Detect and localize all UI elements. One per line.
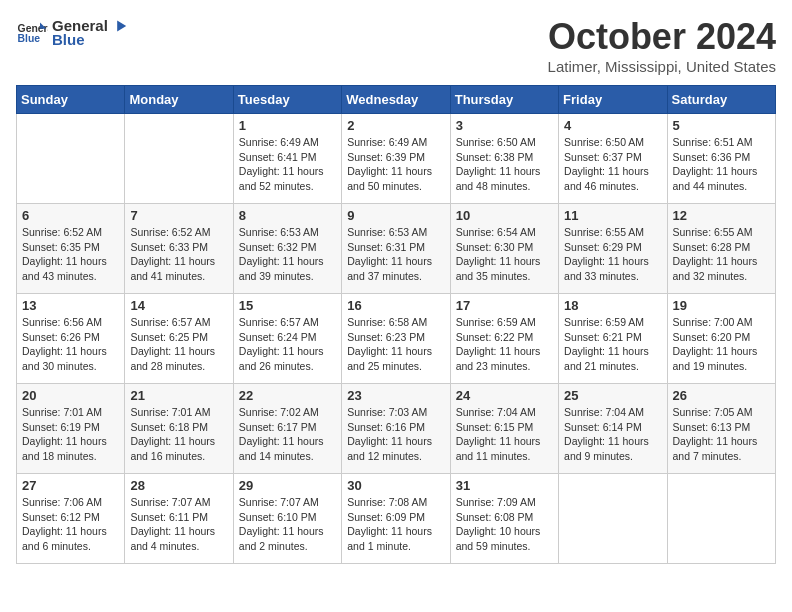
calendar-week-row: 27 Sunrise: 7:06 AM Sunset: 6:12 PM Dayl… [17,474,776,564]
sunset: Sunset: 6:24 PM [239,331,317,343]
daylight: Daylight: 11 hours and 19 minutes. [673,345,758,372]
day-info: Sunrise: 7:05 AM Sunset: 6:13 PM Dayligh… [673,405,770,464]
daylight: Daylight: 11 hours and 46 minutes. [564,165,649,192]
calendar-week-row: 13 Sunrise: 6:56 AM Sunset: 6:26 PM Dayl… [17,294,776,384]
day-number: 12 [673,208,770,223]
day-number: 8 [239,208,336,223]
day-number: 26 [673,388,770,403]
day-number: 23 [347,388,444,403]
sunrise: Sunrise: 7:02 AM [239,406,319,418]
day-info: Sunrise: 6:59 AM Sunset: 6:21 PM Dayligh… [564,315,661,374]
calendar-cell [667,474,775,564]
sunrise: Sunrise: 6:49 AM [239,136,319,148]
day-number: 16 [347,298,444,313]
sunrise: Sunrise: 6:58 AM [347,316,427,328]
day-number: 22 [239,388,336,403]
daylight: Daylight: 11 hours and 33 minutes. [564,255,649,282]
sunrise: Sunrise: 7:00 AM [673,316,753,328]
daylight: Daylight: 11 hours and 12 minutes. [347,435,432,462]
weekday-header: Tuesday [233,86,341,114]
day-number: 1 [239,118,336,133]
sunrise: Sunrise: 7:04 AM [564,406,644,418]
sunrise: Sunrise: 7:05 AM [673,406,753,418]
calendar-cell: 13 Sunrise: 6:56 AM Sunset: 6:26 PM Dayl… [17,294,125,384]
day-number: 30 [347,478,444,493]
calendar-cell: 1 Sunrise: 6:49 AM Sunset: 6:41 PM Dayli… [233,114,341,204]
day-number: 10 [456,208,553,223]
sunrise: Sunrise: 7:04 AM [456,406,536,418]
weekday-header: Monday [125,86,233,114]
daylight: Daylight: 11 hours and 16 minutes. [130,435,215,462]
day-info: Sunrise: 7:07 AM Sunset: 6:11 PM Dayligh… [130,495,227,554]
day-info: Sunrise: 7:07 AM Sunset: 6:10 PM Dayligh… [239,495,336,554]
day-info: Sunrise: 6:52 AM Sunset: 6:33 PM Dayligh… [130,225,227,284]
day-number: 19 [673,298,770,313]
svg-text:Blue: Blue [18,33,41,44]
calendar-cell: 22 Sunrise: 7:02 AM Sunset: 6:17 PM Dayl… [233,384,341,474]
calendar-cell: 26 Sunrise: 7:05 AM Sunset: 6:13 PM Dayl… [667,384,775,474]
sunrise: Sunrise: 6:55 AM [564,226,644,238]
sunrise: Sunrise: 7:09 AM [456,496,536,508]
sunset: Sunset: 6:14 PM [564,421,642,433]
daylight: Daylight: 11 hours and 18 minutes. [22,435,107,462]
location: Latimer, Mississippi, United States [548,58,776,75]
page-header: General Blue General Blue October 2024 L… [16,16,776,75]
calendar-table: SundayMondayTuesdayWednesdayThursdayFrid… [16,85,776,564]
sunrise: Sunrise: 7:06 AM [22,496,102,508]
day-number: 14 [130,298,227,313]
calendar-cell: 3 Sunrise: 6:50 AM Sunset: 6:38 PM Dayli… [450,114,558,204]
day-number: 21 [130,388,227,403]
calendar-cell: 9 Sunrise: 6:53 AM Sunset: 6:31 PM Dayli… [342,204,450,294]
sunset: Sunset: 6:22 PM [456,331,534,343]
weekday-header: Friday [559,86,667,114]
sunset: Sunset: 6:15 PM [456,421,534,433]
sunrise: Sunrise: 7:07 AM [130,496,210,508]
day-info: Sunrise: 6:56 AM Sunset: 6:26 PM Dayligh… [22,315,119,374]
daylight: Daylight: 11 hours and 52 minutes. [239,165,324,192]
daylight: Daylight: 11 hours and 26 minutes. [239,345,324,372]
sunset: Sunset: 6:18 PM [130,421,208,433]
weekday-header: Thursday [450,86,558,114]
calendar-cell: 25 Sunrise: 7:04 AM Sunset: 6:14 PM Dayl… [559,384,667,474]
weekday-header: Saturday [667,86,775,114]
day-info: Sunrise: 7:09 AM Sunset: 6:08 PM Dayligh… [456,495,553,554]
daylight: Daylight: 11 hours and 6 minutes. [22,525,107,552]
daylight: Daylight: 11 hours and 39 minutes. [239,255,324,282]
day-number: 9 [347,208,444,223]
sunset: Sunset: 6:20 PM [673,331,751,343]
sunrise: Sunrise: 7:03 AM [347,406,427,418]
sunrise: Sunrise: 6:52 AM [22,226,102,238]
day-info: Sunrise: 7:02 AM Sunset: 6:17 PM Dayligh… [239,405,336,464]
sunset: Sunset: 6:39 PM [347,151,425,163]
calendar-cell: 5 Sunrise: 6:51 AM Sunset: 6:36 PM Dayli… [667,114,775,204]
sunrise: Sunrise: 7:08 AM [347,496,427,508]
sunrise: Sunrise: 6:53 AM [347,226,427,238]
sunrise: Sunrise: 6:57 AM [239,316,319,328]
calendar-cell: 19 Sunrise: 7:00 AM Sunset: 6:20 PM Dayl… [667,294,775,384]
sunset: Sunset: 6:30 PM [456,241,534,253]
sunset: Sunset: 6:25 PM [130,331,208,343]
sunrise: Sunrise: 6:54 AM [456,226,536,238]
sunrise: Sunrise: 6:59 AM [564,316,644,328]
daylight: Daylight: 11 hours and 30 minutes. [22,345,107,372]
day-info: Sunrise: 6:57 AM Sunset: 6:25 PM Dayligh… [130,315,227,374]
day-info: Sunrise: 6:53 AM Sunset: 6:31 PM Dayligh… [347,225,444,284]
day-info: Sunrise: 7:06 AM Sunset: 6:12 PM Dayligh… [22,495,119,554]
daylight: Daylight: 11 hours and 44 minutes. [673,165,758,192]
calendar-cell [125,114,233,204]
day-number: 20 [22,388,119,403]
sunset: Sunset: 6:12 PM [22,511,100,523]
sunset: Sunset: 6:19 PM [22,421,100,433]
svg-marker-3 [117,20,126,31]
day-info: Sunrise: 7:04 AM Sunset: 6:15 PM Dayligh… [456,405,553,464]
calendar-cell: 6 Sunrise: 6:52 AM Sunset: 6:35 PM Dayli… [17,204,125,294]
calendar-cell: 12 Sunrise: 6:55 AM Sunset: 6:28 PM Dayl… [667,204,775,294]
day-info: Sunrise: 7:03 AM Sunset: 6:16 PM Dayligh… [347,405,444,464]
sunset: Sunset: 6:08 PM [456,511,534,523]
weekday-header: Sunday [17,86,125,114]
logo-arrow-icon [110,17,128,35]
sunrise: Sunrise: 6:57 AM [130,316,210,328]
sunrise: Sunrise: 6:53 AM [239,226,319,238]
day-number: 18 [564,298,661,313]
sunrise: Sunrise: 6:59 AM [456,316,536,328]
